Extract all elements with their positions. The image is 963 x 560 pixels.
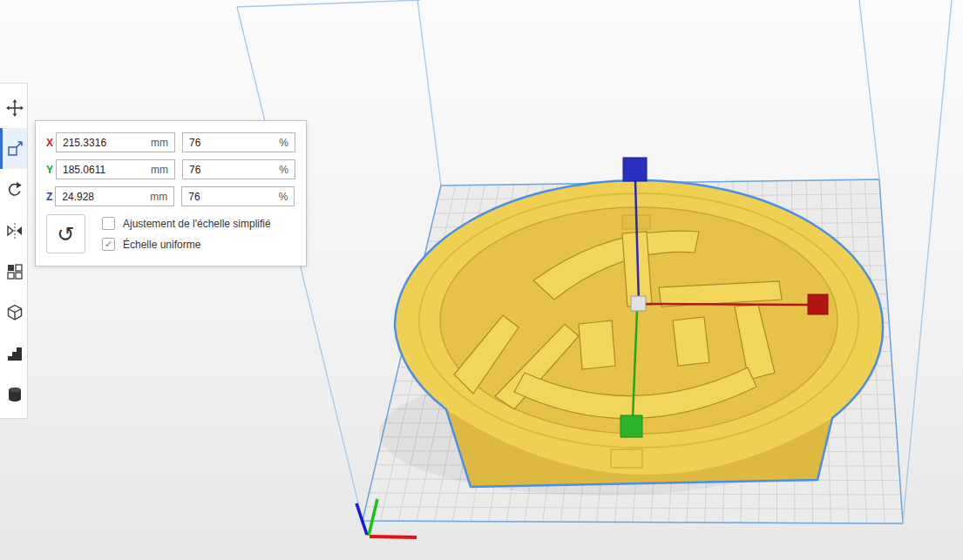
support-blocker-icon [6, 304, 24, 321]
tool-move[interactable] [0, 87, 27, 128]
scale-options: Ajustement de l'échelle simplifié ✓ Éche… [102, 214, 271, 253]
stairs-icon [6, 345, 24, 362]
mirror-icon [6, 222, 24, 240]
gizmo-x-handle[interactable] [808, 294, 828, 314]
z-percent-field: % [181, 186, 295, 206]
tool-toolbar [0, 83, 28, 419]
scale-tool-panel: X mm % Y mm % Z mm % ↺ [35, 120, 307, 267]
x-mm-unit: mm [151, 137, 168, 149]
z-mm-unit: mm [150, 191, 167, 203]
z-percent-input[interactable] [188, 191, 275, 203]
tool-per-model-settings[interactable] [0, 251, 27, 292]
z-percent-unit: % [279, 191, 288, 203]
y-percent-input[interactable] [189, 164, 275, 176]
snap-scaling-checkbox[interactable] [102, 217, 115, 230]
tool-cylinder[interactable] [0, 374, 27, 415]
axis-y-label: Y [46, 164, 53, 176]
gizmo-y-handle[interactable] [621, 415, 642, 437]
x-percent-field: % [182, 132, 295, 152]
x-percent-input[interactable] [189, 137, 275, 149]
y-percent-field: % [182, 159, 295, 179]
move-icon [6, 99, 24, 117]
gizmo-z-handle[interactable] [623, 158, 647, 181]
z-mm-input[interactable] [62, 191, 146, 203]
tool-stairs[interactable] [0, 333, 27, 374]
scale-icon [6, 140, 24, 158]
snap-scaling-label: Ajustement de l'échelle simplifié [123, 218, 271, 230]
uniform-scaling-checkbox[interactable]: ✓ [102, 238, 115, 251]
x-mm-input[interactable] [63, 137, 147, 149]
x-mm-field: mm [56, 132, 175, 152]
viewport-3d[interactable] [0, 0, 963, 560]
x-percent-unit: % [279, 137, 288, 149]
model-front-tab [611, 449, 642, 468]
per-model-settings-icon [6, 263, 24, 280]
cylinder-icon [6, 386, 24, 403]
reset-icon: ↺ [57, 222, 74, 246]
y-percent-unit: % [279, 164, 288, 176]
tool-mirror[interactable] [0, 210, 27, 251]
axis-z-label: Z [46, 191, 52, 203]
y-mm-unit: mm [151, 164, 168, 176]
reset-scale-button[interactable]: ↺ [46, 214, 85, 253]
y-mm-field: mm [56, 159, 175, 179]
scale-panel-bottom: ↺ Ajustement de l'échelle simplifié ✓ Éc… [46, 214, 295, 253]
uniform-scaling-option[interactable]: ✓ Échelle uniforme [102, 238, 271, 251]
gizmo-center-handle[interactable] [631, 296, 646, 311]
rotate-icon [6, 181, 24, 199]
scale-row-x: X mm % [46, 132, 295, 152]
scale-row-y: Y mm % [46, 159, 295, 179]
uniform-scaling-label: Échelle uniforme [123, 239, 200, 251]
tool-rotate[interactable] [0, 169, 27, 210]
y-mm-input[interactable] [63, 164, 147, 176]
gizmo-x-axis-line [646, 304, 810, 305]
z-mm-field: mm [55, 186, 174, 206]
scale-row-z: Z mm % [46, 186, 295, 206]
axis-x-label: X [46, 137, 53, 149]
snap-scaling-option[interactable]: Ajustement de l'échelle simplifié [102, 217, 271, 230]
tool-scale[interactable] [0, 128, 27, 169]
tool-support-blocker[interactable] [0, 292, 27, 333]
model[interactable] [395, 180, 883, 487]
